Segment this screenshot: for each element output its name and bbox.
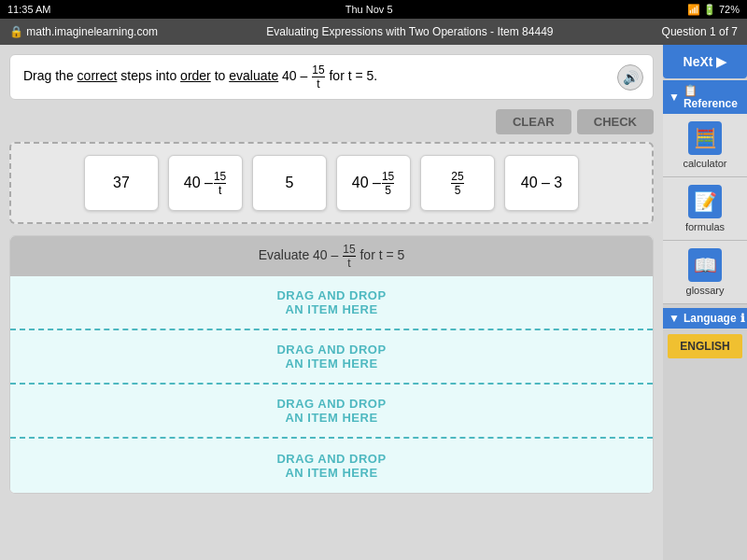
main-layout: Drag the correct steps into order to eva… — [0, 45, 747, 560]
language-section: ▼ Language ℹ — [663, 308, 747, 329]
drop-slot-3-line1: DRAG AND DROP — [276, 397, 386, 411]
calculator-item[interactable]: 🧮 calculator — [663, 114, 747, 177]
content-area: Drag the correct steps into order to eva… — [0, 45, 663, 560]
language-label: Language — [684, 312, 737, 325]
drag-card-2[interactable]: 40 – 15t — [168, 155, 243, 211]
drop-slot-2-line2: AN ITEM HERE — [285, 357, 377, 371]
drop-zone-container: Evaluate 40 – 15t for t = 5 DRAG AND DRO… — [9, 235, 654, 494]
drop-slot-4-line2: AN ITEM HERE — [285, 466, 377, 480]
nav-bar: 🔒 math.imaginelearning.com Evaluating Ex… — [0, 19, 747, 45]
drag-card-6[interactable]: 40 – 3 — [504, 155, 579, 211]
drop-slot-1[interactable]: DRAG AND DROP AN ITEM HERE — [10, 276, 653, 330]
drop-slot-2[interactable]: DRAG AND DROP AN ITEM HERE — [10, 330, 653, 385]
action-buttons: CLEAR CHECK — [9, 109, 654, 134]
reference-label: 📋 Reference — [684, 84, 741, 110]
glossary-icon: 📖 — [688, 248, 722, 282]
sidebar: NeXt ▶ ▼ 📋 Reference 🧮 calculator 📝 form… — [663, 45, 747, 560]
drag-card-4[interactable]: 40 – 155 — [336, 155, 411, 211]
calculator-icon: 🧮 — [688, 121, 722, 155]
drag-items-area: 37 40 – 15t 5 40 – 155 255 40 – 3 — [9, 142, 654, 224]
drop-slot-4-line1: DRAG AND DROP — [276, 452, 386, 466]
drop-slot-2-line1: DRAG AND DROP — [276, 343, 386, 357]
drop-slot-3-line2: AN ITEM HERE — [285, 411, 377, 425]
drag-card-5[interactable]: 255 — [420, 155, 495, 211]
english-button[interactable]: ENGLISH — [668, 334, 742, 358]
correct-word: correct — [78, 68, 118, 83]
fraction-15t: 15t — [312, 64, 324, 90]
question-info: Question 1 of 7 — [662, 25, 738, 38]
formulas-item[interactable]: 📝 formulas — [663, 177, 747, 241]
drop-zone-header: Evaluate 40 – 15t for t = 5 — [10, 236, 653, 276]
drop-slot-4[interactable]: DRAG AND DROP AN ITEM HERE — [10, 439, 653, 493]
drop-slot-1-line1: DRAG AND DROP — [276, 288, 386, 302]
next-button[interactable]: NeXt ▶ — [663, 45, 747, 78]
sound-button[interactable]: 🔊 — [617, 64, 643, 91]
check-button[interactable]: CHECK — [577, 109, 654, 134]
lock-icon: 🔒 math.imaginelearning.com — [9, 25, 158, 38]
header-fraction: 15t — [343, 244, 355, 269]
formulas-label: formulas — [685, 221, 725, 232]
battery-level: 72% — [719, 4, 740, 15]
drop-slot-3[interactable]: DRAG AND DROP AN ITEM HERE — [10, 385, 653, 439]
calculator-label: calculator — [683, 158, 726, 169]
instruction-text: Drag the correct steps into order to eva… — [23, 68, 377, 83]
page-title: Evaluating Expressions with Two Operatio… — [266, 25, 553, 38]
page-url: math.imaginelearning.com — [26, 25, 158, 38]
clear-button[interactable]: CLEAR — [496, 109, 571, 134]
status-time: 11:35 AM — [7, 4, 50, 15]
drag-card-1[interactable]: 37 — [84, 155, 159, 211]
triangle-icon: ▼ — [669, 91, 680, 104]
reference-section: ▼ 📋 Reference — [663, 80, 747, 114]
order-word: order — [180, 68, 211, 83]
formulas-icon: 📝 — [688, 185, 722, 218]
status-day: Thu Nov 5 — [345, 4, 393, 15]
info-icon: ℹ — [740, 312, 745, 325]
glossary-item[interactable]: 📖 glossary — [663, 241, 747, 304]
language-triangle: ▼ — [669, 312, 680, 325]
next-label: NeXt — [684, 54, 713, 69]
glossary-label: glossary — [686, 285, 725, 296]
instruction-box: Drag the correct steps into order to eva… — [9, 54, 654, 100]
evaluate-word: evaluate — [229, 68, 278, 83]
drop-slot-1-line2: AN ITEM HERE — [285, 302, 377, 316]
drag-card-3[interactable]: 5 — [252, 155, 327, 211]
status-bar: 11:35 AM Thu Nov 5 📶 🔋 72% — [0, 0, 747, 19]
status-icons: 📶 🔋 72% — [687, 4, 740, 16]
